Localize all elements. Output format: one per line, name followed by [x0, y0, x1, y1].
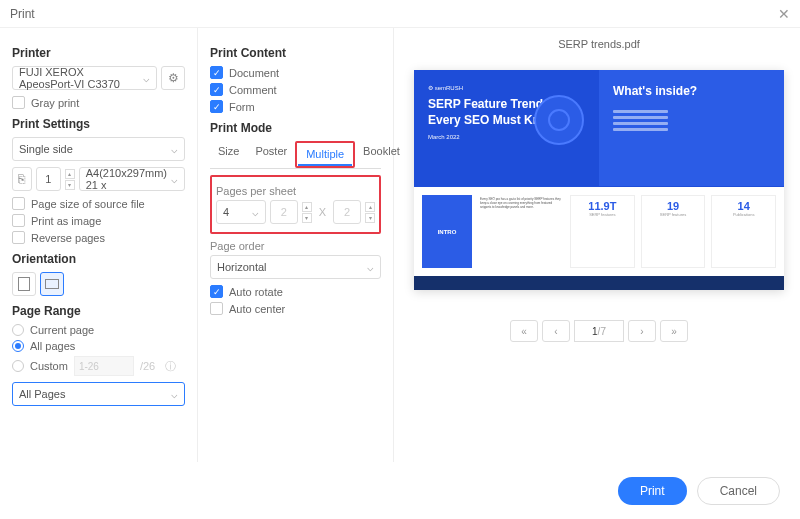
info-icon: ⓘ — [165, 359, 176, 374]
paper-select[interactable]: A4(210x297mm) 21 x — [79, 167, 185, 191]
print-as-image-checkbox[interactable]: Print as image — [12, 214, 185, 227]
form-checkbox[interactable]: Form — [210, 100, 381, 113]
auto-center-checkbox[interactable]: Auto center — [210, 302, 381, 315]
slide2-title: What's inside? — [613, 84, 770, 100]
landscape-icon — [45, 279, 59, 289]
page-prev-button[interactable]: ‹ — [542, 320, 570, 342]
pages-per-sheet-label: Pages per sheet — [216, 185, 375, 197]
page-last-button[interactable]: » — [660, 320, 688, 342]
copies-down[interactable]: ▾ — [65, 180, 75, 190]
document-checkbox[interactable]: Document — [210, 66, 381, 79]
stat-2: 19SERP features — [641, 195, 706, 268]
rows-input: 2 — [333, 200, 361, 224]
printer-settings-button[interactable]: ⚙ — [161, 66, 185, 90]
printer-select[interactable]: FUJI XEROX ApeosPort-VI C3370 — [12, 66, 157, 90]
cols-input: 2 — [270, 200, 298, 224]
total-pages: /26 — [140, 360, 155, 372]
intro-block: INTRO — [422, 195, 472, 268]
print-content-section: Print Content — [210, 46, 381, 60]
pages-per-sheet-select[interactable]: 4 — [216, 200, 266, 224]
svg-point-1 — [549, 110, 569, 130]
source-size-checkbox[interactable]: Page size of source file — [12, 197, 185, 210]
all-pages-radio[interactable]: All pages — [12, 340, 185, 352]
tab-multiple[interactable]: Multiple — [298, 144, 352, 166]
gray-print-checkbox[interactable]: Gray print — [12, 96, 185, 109]
custom-radio[interactable]: Custom 1-26 /26 ⓘ — [12, 356, 185, 376]
copies-icon: ⎘ — [12, 167, 32, 191]
print-button[interactable]: Print — [618, 477, 687, 505]
rows-up: ▴ — [365, 202, 375, 212]
print-settings-section: Print Settings — [12, 117, 185, 131]
gear-graphic — [529, 90, 589, 150]
page-next-button[interactable]: › — [628, 320, 656, 342]
copies-up[interactable]: ▴ — [65, 169, 75, 179]
rows-down: ▾ — [365, 213, 375, 223]
preview-area: ⚙ semRUSH SERP Feature Trends Every SEO … — [414, 70, 784, 290]
close-icon[interactable]: ✕ — [778, 6, 790, 22]
copies-input[interactable]: 1 — [36, 167, 61, 191]
intro-text: Every SEO pro has a go-to list of priori… — [478, 195, 564, 268]
reverse-pages-checkbox[interactable]: Reverse pages — [12, 231, 185, 244]
page-order-label: Page order — [210, 240, 381, 252]
cols-up: ▴ — [302, 202, 312, 212]
portrait-icon — [18, 277, 30, 291]
custom-range-input[interactable]: 1-26 — [74, 356, 134, 376]
page-first-button[interactable]: « — [510, 320, 538, 342]
auto-rotate-checkbox[interactable]: Auto rotate — [210, 285, 381, 298]
cols-down: ▾ — [302, 213, 312, 223]
page-order-select[interactable]: Horizontal — [210, 255, 381, 279]
print-mode-section: Print Mode — [210, 121, 381, 135]
cancel-button[interactable]: Cancel — [697, 477, 780, 505]
landscape-button[interactable] — [40, 272, 64, 296]
stat-1: 11.9TSERP features — [570, 195, 635, 268]
gear-icon: ⚙ — [168, 71, 179, 85]
current-page-radio[interactable]: Current page — [12, 324, 185, 336]
page-input[interactable]: 1/7 — [574, 320, 624, 342]
page-range-section: Page Range — [12, 304, 185, 318]
preview-filename: SERP trends.pdf — [558, 38, 640, 50]
dialog-title: Print — [10, 7, 35, 21]
orientation-section: Orientation — [12, 252, 185, 266]
page-filter-select[interactable]: All Pages — [12, 382, 185, 406]
comment-checkbox[interactable]: Comment — [210, 83, 381, 96]
portrait-button[interactable] — [12, 272, 36, 296]
tab-poster[interactable]: Poster — [247, 141, 295, 168]
printer-section: Printer — [12, 46, 185, 60]
stat-3: 14Publications — [711, 195, 776, 268]
x-separator: X — [319, 206, 326, 218]
side-select[interactable]: Single side — [12, 137, 185, 161]
tab-size[interactable]: Size — [210, 141, 247, 168]
